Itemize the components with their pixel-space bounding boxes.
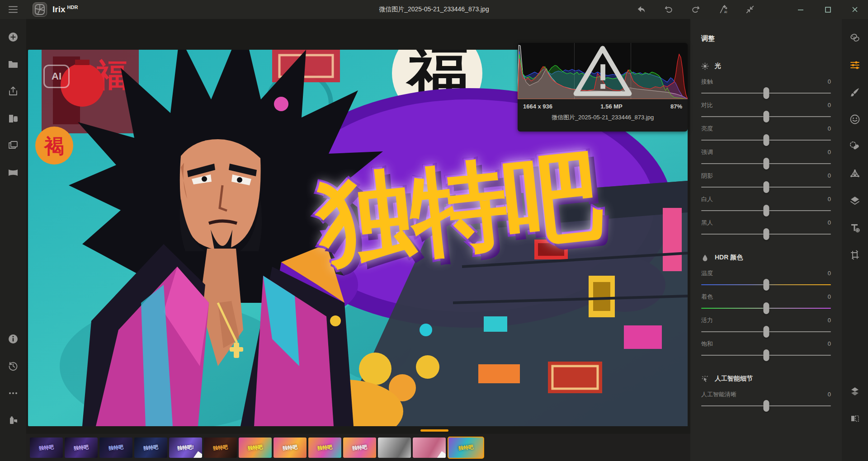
crop-rotate-icon	[849, 249, 860, 260]
text-plus-icon	[849, 222, 860, 233]
slider-track[interactable]	[701, 140, 831, 141]
text-tool-button[interactable]	[849, 222, 861, 234]
filmstrip-thumbnail[interactable]: 独特吧	[65, 437, 98, 458]
filmstrip-thumbnail[interactable]: 独特吧	[343, 437, 376, 458]
slider-knob[interactable]	[763, 181, 769, 193]
batch-edit-button[interactable]	[7, 140, 19, 151]
left-toolbar	[0, 19, 26, 461]
fit-view-button[interactable]	[744, 4, 756, 15]
droplet-icon	[701, 254, 709, 262]
slider-track[interactable]	[701, 405, 831, 406]
section-hdrcolor-header[interactable]: HDR 颜色	[701, 254, 831, 262]
slider-value: 0	[828, 219, 831, 226]
histogram-filename: 微信图片_2025-05-21_233446_873.jpg	[518, 110, 688, 122]
slider-knob[interactable]	[763, 279, 769, 291]
crop-tool-button[interactable]	[849, 249, 861, 261]
zoom-level: 87%	[670, 103, 682, 110]
open-folder-button[interactable]	[7, 58, 19, 70]
portrait-tool-button[interactable]	[849, 113, 861, 125]
undo-button[interactable]	[663, 4, 675, 15]
export-button[interactable]	[7, 85, 19, 97]
panorama-button[interactable]	[7, 167, 19, 179]
slider-row: 对比0	[701, 101, 831, 117]
filmstrip-thumbnail[interactable]: 独特吧!	[169, 437, 202, 458]
adjust-tool-button[interactable]	[849, 59, 861, 71]
section-aidetail-header[interactable]: 人工智能细节	[701, 375, 831, 383]
slider-track[interactable]	[701, 284, 831, 285]
slider-knob[interactable]	[763, 87, 769, 99]
ai-enhance-button[interactable]: AI	[717, 4, 729, 15]
section-light-header[interactable]: 光	[701, 62, 831, 70]
filmstrip-thumbnail[interactable]	[413, 437, 446, 458]
slider-track[interactable]	[701, 187, 831, 188]
slider-track[interactable]	[701, 93, 831, 94]
slider-knob[interactable]	[763, 326, 769, 338]
slider-row: 接触0	[701, 78, 831, 94]
filmstrip-thumbnail[interactable]: 独特吧	[239, 437, 272, 458]
filmstrip-thumbnail[interactable]: 独特吧	[308, 437, 341, 458]
slider-knob[interactable]	[763, 228, 769, 240]
slider-knob[interactable]	[763, 134, 769, 146]
slider-track[interactable]	[701, 210, 831, 211]
menu-button[interactable]	[0, 5, 26, 14]
filmstrip-thumbnail[interactable]: 独特吧	[99, 437, 132, 458]
filmstrip-thumbnail[interactable]	[378, 437, 411, 458]
slider-knob[interactable]	[763, 111, 769, 122]
bandage-icon	[849, 141, 860, 152]
filmstrip-thumbnail[interactable]: 独特吧	[204, 437, 237, 458]
ellipsis-icon	[8, 388, 19, 399]
info-button[interactable]	[7, 333, 19, 345]
camera-button[interactable]	[7, 414, 19, 426]
filmstrip-thumbnail-selected[interactable]: 独特吧	[448, 437, 484, 459]
clipping-warning-icon[interactable]	[518, 43, 688, 99]
back-button[interactable]	[636, 4, 647, 15]
maximize-icon	[824, 5, 832, 14]
slider-track[interactable]	[701, 234, 831, 235]
filmstrip-thumbnail[interactable]: 独特吧	[134, 437, 167, 458]
histogram-panel[interactable]: 1664 x 936 1.56 MP 87% 微信图片_2025-05-21_2…	[518, 43, 688, 132]
filmstrip-thumbnail[interactable]: 独特吧	[274, 437, 307, 458]
panel-toggle-button[interactable]	[849, 413, 861, 424]
minimize-button[interactable]	[795, 4, 807, 15]
slider-row: 白人0	[701, 195, 831, 211]
history-button[interactable]	[7, 360, 19, 372]
close-icon	[851, 5, 859, 14]
erase-tool-button[interactable]	[849, 32, 861, 44]
slider-track[interactable]	[701, 355, 831, 356]
slider-row: 亮度0	[701, 125, 831, 141]
add-photos-button[interactable]	[7, 31, 19, 43]
compare-button[interactable]	[849, 386, 861, 397]
layers-tool-button[interactable]	[849, 195, 861, 207]
slider-track[interactable]	[701, 308, 831, 309]
slider-row: 强调0	[701, 148, 831, 164]
redo-button[interactable]	[690, 4, 702, 15]
slider-knob[interactable]	[763, 205, 769, 216]
image-dimensions: 1664 x 936	[523, 103, 552, 110]
brush-tool-button[interactable]	[849, 86, 861, 98]
heal-tool-button[interactable]	[849, 141, 861, 152]
catalog-button[interactable]	[7, 113, 19, 124]
filmstrip-scroll-indicator[interactable]	[420, 429, 448, 432]
maximize-button[interactable]	[822, 4, 834, 15]
filmstrip-thumbnail[interactable]: 独特吧	[30, 437, 63, 458]
close-button[interactable]	[849, 4, 861, 15]
slider-track[interactable]	[701, 116, 831, 117]
slider-knob[interactable]	[763, 400, 769, 412]
app-badge: HDR	[67, 5, 78, 10]
hdrcolor-sliders: 温度0着色0活力0饱和0	[701, 269, 831, 356]
slider-knob[interactable]	[763, 158, 769, 169]
geometry-tool-button[interactable]	[849, 168, 861, 179]
more-button[interactable]	[7, 387, 19, 399]
slider-track[interactable]	[701, 331, 831, 332]
slider-value: 0	[828, 391, 831, 398]
redo-icon	[691, 5, 701, 14]
canvas-area: 福 褐 福	[26, 19, 690, 461]
slider-knob[interactable]	[763, 302, 769, 314]
slider-track[interactable]	[701, 163, 831, 164]
image-canvas[interactable]: 福 褐 福	[26, 19, 690, 434]
hamburger-icon	[8, 5, 18, 14]
panel-title: 调整	[701, 34, 831, 43]
slider-knob[interactable]	[763, 349, 769, 361]
aidetail-sliders: 人工智能清晰0	[701, 390, 831, 406]
triangle-nodes-icon	[849, 168, 860, 179]
